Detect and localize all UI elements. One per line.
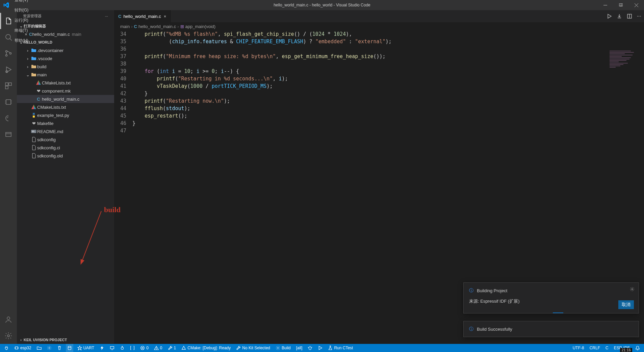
close-button[interactable] <box>628 0 644 10</box>
account-icon[interactable] <box>0 311 17 328</box>
split-icon[interactable] <box>627 14 632 19</box>
status-encoding[interactable]: UTF-8 <box>571 344 586 352</box>
folder-icon <box>37 346 42 350</box>
open-editors-section[interactable]: ⌄打开的编辑器 <box>17 22 114 30</box>
svg-point-41 <box>68 346 71 348</box>
file-item[interactable]: ❤Makefile <box>17 119 114 127</box>
mk-icon: ❤ <box>35 89 42 94</box>
svg-rect-14 <box>5 86 8 89</box>
file-item[interactable]: sdkconfig.ci <box>17 144 114 152</box>
more-icon[interactable]: ··· <box>105 14 108 18</box>
status-flash[interactable] <box>98 344 106 352</box>
status-cmake-build[interactable]: Build <box>274 344 292 352</box>
svg-point-40 <box>49 347 50 349</box>
svg-marker-42 <box>78 346 82 350</box>
status-monitor[interactable] <box>108 344 116 352</box>
menu-item[interactable]: 查看(V) <box>12 0 31 5</box>
status-warnings[interactable]: 0 <box>153 344 164 352</box>
status-clean[interactable] <box>56 344 63 352</box>
manage-gear-icon[interactable] <box>0 328 17 344</box>
minimize-button[interactable] <box>597 0 613 10</box>
radar-icon[interactable] <box>0 110 17 126</box>
status-kit[interactable]: No Kit Selected <box>235 344 272 352</box>
keil-icon[interactable] <box>0 126 17 143</box>
minimap[interactable] <box>610 51 640 84</box>
file-item[interactable]: M↓README.md <box>17 127 114 135</box>
trash-icon <box>57 346 62 350</box>
bug-icon <box>308 346 312 350</box>
more-icon[interactable]: ··· <box>637 13 641 19</box>
maximize-button[interactable] <box>613 0 628 10</box>
notification-success: ⓘBuild Successfully <box>463 321 639 337</box>
status-build[interactable] <box>66 344 73 352</box>
wrench-icon <box>168 346 173 350</box>
gear-icon[interactable] <box>630 287 635 292</box>
file-item[interactable]: ❤component.mk <box>17 87 114 95</box>
run-debug-icon[interactable] <box>0 61 17 78</box>
md-icon: M↓ <box>30 130 37 133</box>
progress-bar <box>464 312 639 313</box>
status-build-flash-monitor[interactable] <box>119 344 126 352</box>
extensions-icon[interactable] <box>0 78 17 94</box>
c-file-icon: C <box>118 14 121 19</box>
wrench2-icon <box>236 346 241 350</box>
status-cmake[interactable]: CMake: [Debug]: Ready <box>180 344 232 352</box>
folder-item[interactable]: ⌄main <box>17 71 114 79</box>
svg-rect-44 <box>110 347 114 349</box>
cancel-button[interactable]: 取消 <box>618 300 634 309</box>
source-control-icon[interactable] <box>0 45 17 61</box>
status-ports[interactable]: 1 <box>166 344 178 352</box>
status-language[interactable]: C <box>604 344 610 352</box>
status-port[interactable] <box>3 344 10 352</box>
folder-item[interactable]: ›.vscode <box>17 54 114 62</box>
file-item[interactable]: CMakeLists.txt <box>17 79 114 87</box>
keil-section[interactable]: ›KEIL UVISION PROJECT <box>17 336 114 344</box>
play-icon <box>318 346 323 350</box>
explorer-icon[interactable] <box>0 13 17 29</box>
svg-point-9 <box>10 53 11 54</box>
open-editor-item[interactable]: × C hello_world_main.c main <box>17 30 114 38</box>
status-target[interactable]: esp32 <box>13 344 33 352</box>
svg-point-23 <box>7 335 9 337</box>
download-icon[interactable] <box>617 14 622 19</box>
folder-item[interactable]: ›build <box>17 62 114 71</box>
status-notifications[interactable] <box>634 344 641 352</box>
file-item[interactable]: CMakeLists.txt <box>17 103 114 111</box>
status-debug[interactable] <box>306 344 314 352</box>
status-run[interactable] <box>316 344 324 352</box>
bell-icon <box>635 346 640 350</box>
info-icon: ⓘ <box>469 287 473 294</box>
espressif-icon[interactable] <box>0 94 17 110</box>
status-eol[interactable]: CRLF <box>588 344 601 352</box>
svg-line-55 <box>308 347 309 348</box>
file-item[interactable]: sdkconfig.old <box>17 152 114 160</box>
status-terminal[interactable] <box>129 344 136 352</box>
notification-building: ⓘBuilding Project 来源: Espressif IDF (扩展)… <box>463 282 639 313</box>
svg-marker-10 <box>6 67 11 72</box>
bolt-icon <box>100 346 104 350</box>
run-icon[interactable] <box>607 14 612 19</box>
status-folder[interactable] <box>35 344 43 352</box>
status-ctest[interactable]: Run CTest <box>327 344 354 352</box>
file-item[interactable]: sdkconfig <box>17 135 114 144</box>
gear-icon <box>276 346 280 350</box>
vscode-logo-icon <box>0 2 12 8</box>
status-errors[interactable]: 0 <box>139 344 150 352</box>
editor-tabs: C hello_world_main.c × <box>114 10 644 22</box>
close-icon[interactable]: × <box>163 13 167 20</box>
plug-icon <box>4 346 9 350</box>
status-sdkconfig[interactable] <box>46 344 53 352</box>
svg-line-6 <box>10 39 12 41</box>
status-target-all[interactable]: [all] <box>295 344 304 352</box>
file-item[interactable]: example_test.py <box>17 111 114 119</box>
breadcrumbs[interactable]: main› C hello_world_main.c› ⊞ app_main(v… <box>114 22 644 30</box>
activity-bar <box>0 10 17 344</box>
search-icon[interactable] <box>0 29 17 45</box>
status-flash-method[interactable]: UART <box>76 344 96 352</box>
file-item[interactable]: Chello_world_main.c <box>17 95 114 103</box>
taskbar-time: 21:16 <box>620 348 632 352</box>
project-section[interactable]: ⌄HELLO_WORLD <box>17 38 114 46</box>
folder-blue-icon <box>30 48 37 53</box>
folder-item[interactable]: ›.devcontainer <box>17 46 114 54</box>
editor-tab[interactable]: C hello_world_main.c × <box>114 10 171 22</box>
